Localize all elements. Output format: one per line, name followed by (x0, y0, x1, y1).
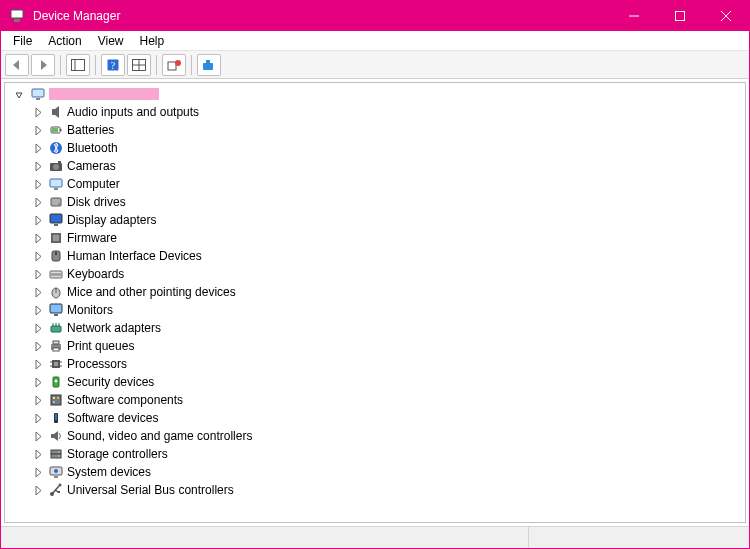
root-node[interactable] (9, 85, 745, 103)
maximize-button[interactable] (657, 1, 703, 31)
category-node[interactable]: Bluetooth (9, 139, 745, 157)
forward-button[interactable] (31, 54, 55, 76)
category-node[interactable]: Monitors (9, 301, 745, 319)
svg-rect-27 (50, 179, 62, 187)
category-node[interactable]: Computer (9, 175, 745, 193)
expand-icon[interactable] (31, 285, 45, 299)
camera-icon (48, 158, 64, 174)
svg-rect-18 (36, 98, 40, 100)
category-label: Cameras (67, 159, 116, 173)
category-node[interactable]: Disk drives (9, 193, 745, 211)
svg-point-75 (54, 469, 58, 473)
expand-icon[interactable] (31, 231, 45, 245)
window-title: Device Manager (33, 9, 611, 23)
battery-icon (48, 122, 64, 138)
svg-rect-47 (51, 326, 61, 332)
scan-hardware-button[interactable] (127, 54, 151, 76)
category-label: Bluetooth (67, 141, 118, 155)
svg-point-25 (53, 164, 59, 170)
toolbar-separator (191, 55, 192, 75)
collapse-icon[interactable] (13, 87, 27, 101)
expand-icon[interactable] (31, 177, 45, 191)
category-node[interactable]: Processors (9, 355, 745, 373)
category-node[interactable]: Human Interface Devices (9, 247, 745, 265)
svg-rect-28 (54, 188, 58, 190)
category-node[interactable]: Batteries (9, 121, 745, 139)
category-label: Disk drives (67, 195, 126, 209)
category-node[interactable]: Keyboards (9, 265, 745, 283)
menu-file[interactable]: File (5, 32, 40, 50)
category-label: Keyboards (67, 267, 124, 281)
status-panel-2 (529, 527, 749, 548)
category-label: Software devices (67, 411, 158, 425)
help-button[interactable]: ? (101, 54, 125, 76)
svg-rect-80 (58, 491, 60, 493)
computer-icon (48, 176, 64, 192)
expand-icon[interactable] (31, 393, 45, 407)
svg-text:?: ? (111, 60, 116, 71)
minimize-button[interactable] (611, 1, 657, 31)
expand-icon[interactable] (31, 375, 45, 389)
show-hide-console-tree-button[interactable] (66, 54, 90, 76)
back-button[interactable] (5, 54, 29, 76)
category-node[interactable]: Display adapters (9, 211, 745, 229)
swcomp-icon (48, 392, 64, 408)
category-node[interactable]: Security devices (9, 373, 745, 391)
category-label: Network adapters (67, 321, 161, 335)
uninstall-button[interactable] (162, 54, 186, 76)
expand-icon[interactable] (31, 411, 45, 425)
firmware-icon (48, 230, 64, 246)
expand-icon[interactable] (31, 141, 45, 155)
device-tree-pane[interactable]: Audio inputs and outputsBatteriesBluetoo… (4, 82, 746, 523)
expand-icon[interactable] (31, 195, 45, 209)
expand-icon[interactable] (31, 105, 45, 119)
usb-icon (48, 482, 64, 498)
add-legacy-hardware-button[interactable] (197, 54, 221, 76)
expand-icon[interactable] (31, 303, 45, 317)
toolbar: ? (1, 51, 749, 79)
expand-icon[interactable] (31, 357, 45, 371)
category-node[interactable]: Storage controllers (9, 445, 745, 463)
expand-icon[interactable] (31, 483, 45, 497)
category-node[interactable]: Audio inputs and outputs (9, 103, 745, 121)
category-label: Computer (67, 177, 120, 191)
menu-action[interactable]: Action (40, 32, 89, 50)
expand-icon[interactable] (31, 465, 45, 479)
category-node[interactable]: Print queues (9, 337, 745, 355)
category-node[interactable]: Cameras (9, 157, 745, 175)
toolbar-separator (95, 55, 96, 75)
category-node[interactable]: Firmware (9, 229, 745, 247)
svg-rect-21 (60, 129, 62, 131)
category-node[interactable]: Universal Serial Bus controllers (9, 481, 745, 499)
expand-icon[interactable] (31, 321, 45, 335)
expand-icon[interactable] (31, 213, 45, 227)
network-icon (48, 320, 64, 336)
category-node[interactable]: Mice and other pointing devices (9, 283, 745, 301)
expand-icon[interactable] (31, 249, 45, 263)
svg-rect-62 (51, 395, 61, 405)
audio-icon (48, 104, 64, 120)
close-button[interactable] (703, 1, 749, 31)
expand-icon[interactable] (31, 267, 45, 281)
menu-view[interactable]: View (90, 32, 132, 50)
category-node[interactable]: System devices (9, 463, 745, 481)
category-label: Universal Serial Bus controllers (67, 483, 234, 497)
expand-icon[interactable] (31, 447, 45, 461)
hid-icon (48, 248, 64, 264)
menubar: File Action View Help (1, 31, 749, 51)
expand-icon[interactable] (31, 123, 45, 137)
svg-rect-45 (50, 304, 62, 313)
category-node[interactable]: Software components (9, 391, 745, 409)
menu-help[interactable]: Help (132, 32, 173, 50)
titlebar[interactable]: Device Manager (1, 1, 749, 31)
expand-icon[interactable] (31, 429, 45, 443)
category-node[interactable]: Sound, video and game controllers (9, 427, 745, 445)
expand-icon[interactable] (31, 339, 45, 353)
expand-icon[interactable] (31, 159, 45, 173)
monitor-icon (48, 302, 64, 318)
category-label: Mice and other pointing devices (67, 285, 236, 299)
svg-rect-0 (11, 10, 23, 18)
svg-rect-26 (58, 161, 61, 163)
category-node[interactable]: Network adapters (9, 319, 745, 337)
category-node[interactable]: Software devices (9, 409, 745, 427)
